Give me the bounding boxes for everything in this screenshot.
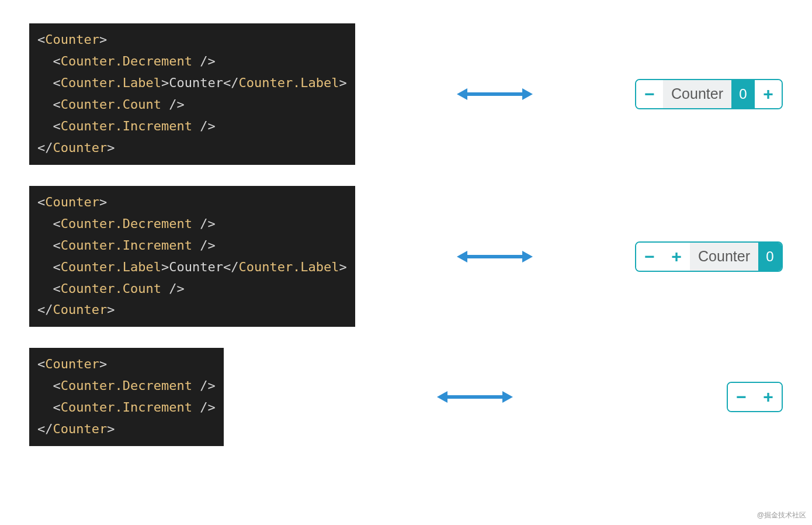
double-arrow-icon: [367, 250, 623, 264]
counter-count: 0: [758, 243, 782, 271]
counter-label: Counter: [663, 80, 731, 108]
increment-button[interactable]: +: [755, 80, 782, 108]
code-block: <Counter> <Counter.Decrement /> <Counter…: [29, 348, 224, 446]
svg-marker-6: [437, 391, 447, 403]
example-row: <Counter> <Counter.Decrement /> <Counter…: [29, 23, 783, 165]
double-arrow-icon: [367, 87, 623, 101]
increment-button[interactable]: +: [663, 243, 690, 271]
code-block: <Counter> <Counter.Decrement /> <Counter…: [29, 23, 355, 165]
counter-count: 0: [731, 80, 755, 108]
svg-marker-2: [522, 88, 533, 100]
counter-widget: −Counter0+: [635, 79, 783, 109]
example-row: <Counter> <Counter.Decrement /> <Counter…: [29, 186, 783, 327]
counter-widget: −+Counter0: [635, 241, 783, 272]
double-arrow-icon: [235, 390, 715, 404]
svg-marker-8: [502, 391, 513, 403]
svg-marker-5: [522, 251, 533, 262]
example-row: <Counter> <Counter.Decrement /> <Counter…: [29, 348, 783, 446]
code-block: <Counter> <Counter.Decrement /> <Counter…: [29, 186, 355, 327]
increment-button[interactable]: +: [755, 383, 782, 411]
svg-marker-0: [457, 88, 467, 100]
decrement-button[interactable]: −: [728, 383, 755, 411]
svg-marker-3: [457, 251, 467, 262]
counter-label: Counter: [690, 243, 758, 271]
decrement-button[interactable]: −: [636, 80, 663, 108]
counter-widget: −+: [727, 382, 783, 412]
decrement-button[interactable]: −: [636, 243, 663, 271]
